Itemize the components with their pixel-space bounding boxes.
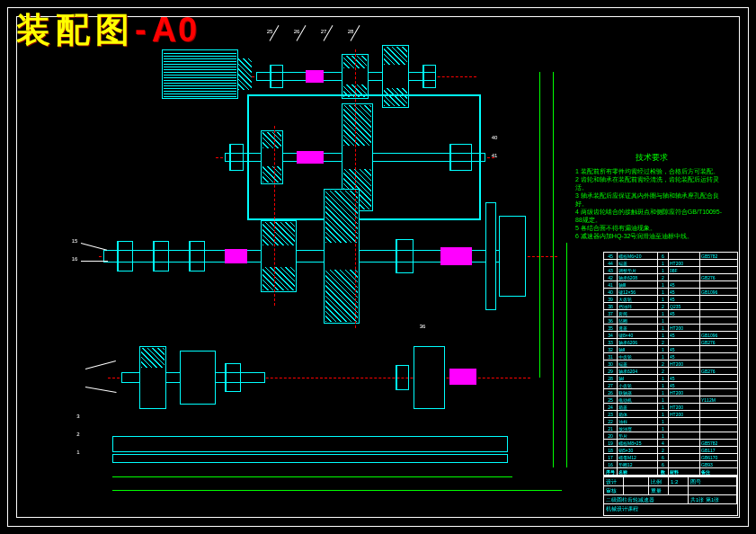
parts-row: 39大齿轮145 <box>604 296 737 303</box>
pulley-out <box>499 216 526 297</box>
title-block: 设计 比例 1:2 图号 审核 重量 二级圆柱齿轮减速器 共1张 第1张 机械设… <box>603 476 738 516</box>
ph-qty: 数 <box>658 468 669 475</box>
bearing1-right <box>422 65 436 88</box>
parts-row: 31中齿轮145 <box>604 353 737 360</box>
tb-design-val <box>624 477 649 485</box>
tb-wt-val <box>669 486 689 494</box>
tb-check-lbl: 审核 <box>604 486 624 494</box>
gear3b-h2 <box>325 270 358 322</box>
dim-h1 <box>112 476 512 477</box>
tech-line-4: 4 两级齿轮啮合的接触斑点和侧隙应符合GB/T10095-88规定。 <box>575 208 728 224</box>
tb-r3: 二级圆柱齿轮减速器 共1张 第1张 <box>604 495 737 504</box>
drawing-title: 装配图-A0 <box>16 7 199 53</box>
flange-out <box>485 202 496 310</box>
parts-row: 45螺栓M6×206GB5782 <box>604 253 737 260</box>
motor-mount <box>238 58 252 90</box>
bal-28: 28 <box>346 29 355 34</box>
tb-wt-lbl: 重量 <box>649 486 669 494</box>
parts-row: 21放油塞1 <box>604 425 737 432</box>
parts-row: 41轴Ⅲ145 <box>604 281 737 289</box>
ph-mat: 材料 <box>669 468 700 475</box>
parts-row: 34键8×40145GB1096 <box>604 332 737 339</box>
bal-36: 36 <box>418 324 427 329</box>
parts-row: 22油标1 <box>604 418 737 425</box>
bearing3-l2 <box>153 241 169 271</box>
bearing4 <box>225 363 241 392</box>
cl-v2 <box>274 126 275 306</box>
tech-line-5: 5 各结合面不得有漏油现象。 <box>575 224 728 232</box>
tb-scale-val: 1:2 <box>669 477 689 485</box>
tech-line-1: 1 装配前所有零件均需经过检验，合格后方可装配。 <box>575 167 728 175</box>
parts-row: 17螺母M126GB6170 <box>604 454 737 461</box>
gear1b-hatch-t <box>384 47 407 65</box>
coupling3 <box>440 247 472 265</box>
parts-row: 38挡油环2Q235 <box>604 303 737 310</box>
pulley-l-h <box>141 348 165 368</box>
tb-r4: 机械设计课程 <box>604 504 737 513</box>
parts-row: 19螺栓M8×254GB5782 <box>604 440 737 447</box>
bal-16: 16 <box>70 256 79 262</box>
gear3-h2 <box>262 267 295 290</box>
bal-2: 2 <box>74 432 83 437</box>
parts-row: 24箱盖1HT200 <box>604 404 737 411</box>
parts-row: 40键12×56145GB1096 <box>604 289 737 296</box>
title-main: 装配图 <box>16 11 135 49</box>
bearing3-r <box>396 239 414 273</box>
ldr-l2 <box>81 261 108 262</box>
dim-v2 <box>553 72 554 467</box>
base-plate2 <box>112 454 508 463</box>
parts-row: 20垫片1 <box>604 432 737 440</box>
parts-row: 33轴承62062GB276 <box>604 339 737 346</box>
ph-rem: 备注 <box>700 468 737 475</box>
bal-3: 3 <box>74 414 83 419</box>
bal-26: 26 <box>292 29 301 34</box>
motor-fins <box>164 51 236 97</box>
tb-dwgno-lbl: 图号 <box>689 477 737 485</box>
bearing1-left <box>270 65 283 88</box>
tech-notes: 技术要求 1 装配前所有零件均需经过检验，合格后方可装配。 2 齿轮和轴承在装配… <box>575 153 728 241</box>
parts-row: 36毡圈1 <box>604 317 737 325</box>
tech-heading: 技术要求 <box>575 153 728 164</box>
tech-line-6: 6 减速器内加HQ-32号润滑油至油标中线。 <box>575 232 728 240</box>
bal-25: 25 <box>265 29 274 34</box>
parts-list: 45螺栓M6×206GB578244端盖1HT20043调整垫片108F42轴承… <box>603 252 738 476</box>
bearing4r <box>396 365 409 390</box>
bal-40: 40 <box>490 135 499 140</box>
gear3-h1 <box>262 222 295 245</box>
parts-row: 25电动机1Y112M <box>604 396 737 404</box>
base-plate <box>112 436 508 452</box>
cl-v1 <box>355 49 356 328</box>
bearing3-l1 <box>117 241 133 271</box>
parts-row: 42轴承62082GB276 <box>604 274 737 281</box>
parts-row: 43调整垫片108F <box>604 267 737 274</box>
title-suffix: A0 <box>152 11 200 49</box>
parts-header: 序号 名称 数 材料 备注 <box>604 468 737 476</box>
tb-school: 机械设计课程 <box>604 504 737 513</box>
bearing2-left <box>229 144 244 171</box>
parts-row: 44端盖1HT200 <box>604 260 737 267</box>
bearing3-l3 <box>189 241 205 271</box>
tech-line-2: 2 齿轮和轴承在装配前需经清洗，齿轮装配后运转灵活。 <box>575 175 728 191</box>
tech-line-3: 3 轴承装配后应保证其内外圈与轴和轴承座孔配合良好。 <box>575 191 728 208</box>
housing-upper <box>247 94 481 220</box>
parts-row: 32轴Ⅱ145 <box>604 346 737 353</box>
tb-design-lbl: 设计 <box>604 477 624 485</box>
dim-v3 <box>566 243 567 467</box>
bal-15: 15 <box>70 238 79 244</box>
parts-row: 29轴承62042GB276 <box>604 368 737 375</box>
crank <box>449 369 476 385</box>
tb-dwgno-val <box>689 486 737 494</box>
ph-num: 序号 <box>604 468 618 475</box>
parts-row: 30端盖2HT200 <box>604 360 737 368</box>
tb-name: 二级圆柱齿轮减速器 <box>604 495 689 503</box>
tb-check-val <box>624 486 649 494</box>
parts-row: 27小齿轮145 <box>604 382 737 389</box>
ldr-l3 <box>85 360 116 369</box>
drawing-area: 25 26 27 28 15 16 1 2 3 40 41 36 <box>36 27 557 503</box>
tb-r2: 审核 重量 <box>604 486 737 495</box>
tb-r1: 设计 比例 1:2 图号 <box>604 477 737 486</box>
parts-row: 16垫圈126GB93 <box>604 461 737 468</box>
coupling1 <box>306 70 324 83</box>
title-dash: - <box>135 11 152 49</box>
tb-sheet: 共1张 第1张 <box>689 495 737 503</box>
